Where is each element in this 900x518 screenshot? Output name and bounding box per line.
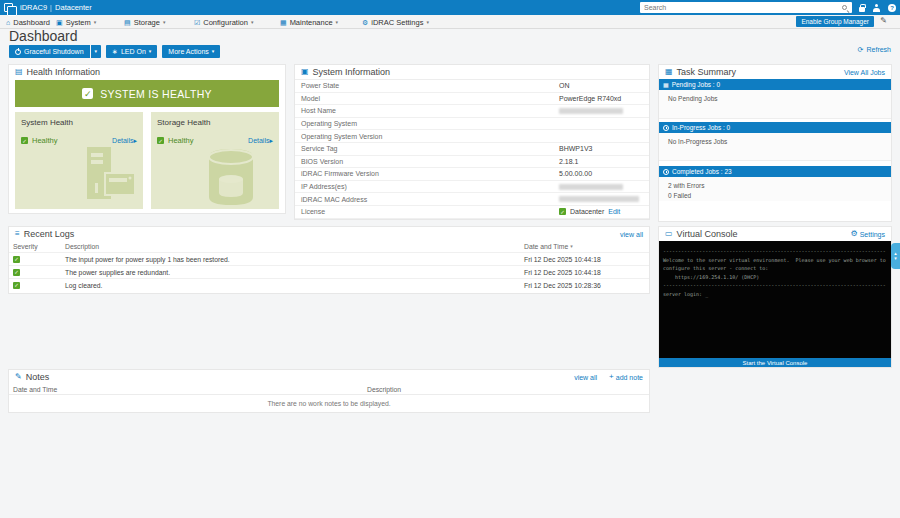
nav-item-configuration[interactable]: Configuration xyxy=(194,15,253,29)
refresh-label: Refresh xyxy=(866,46,891,53)
search-icon[interactable] xyxy=(842,5,847,10)
chevron-down-icon xyxy=(212,49,215,54)
console-line: ----------------------------------------… xyxy=(663,247,887,256)
view-all-jobs-link[interactable]: View All Jobs xyxy=(844,69,885,76)
server-tower-icon xyxy=(73,147,135,205)
recent-logs-title: Recent Logs xyxy=(24,229,75,239)
info-row: Model PowerEdge R740xd xyxy=(295,93,649,106)
log-description: The power supplies are redundant. xyxy=(61,269,524,276)
graceful-shutdown-dropdown[interactable] xyxy=(91,45,102,58)
notes-title: Notes xyxy=(26,372,50,382)
healthy-check-icon xyxy=(21,137,28,144)
graceful-shutdown-label: Graceful Shutdown xyxy=(24,48,84,55)
info-row: Power State ON xyxy=(295,80,649,93)
console-line: configure this server - connect to: xyxy=(663,264,887,273)
severity-ok-icon xyxy=(13,256,20,263)
description-column-header[interactable]: Description xyxy=(61,243,524,250)
system-information-panel: System Information Power State ON Model … xyxy=(294,64,650,220)
completed-jobs-label: Completed Jobs : 23 xyxy=(672,168,732,175)
system-health-details-link[interactable]: Details xyxy=(112,137,137,144)
search-input[interactable] xyxy=(640,4,842,11)
health-status: Healthy xyxy=(32,136,57,145)
task-summary-panel: Task Summary View All Jobs Pending Jobs … xyxy=(658,64,892,222)
info-label: iDRAC MAC Address xyxy=(301,196,559,203)
led-on-button[interactable]: LED On xyxy=(106,45,157,58)
healthy-check-icon xyxy=(157,137,164,144)
redacted-value xyxy=(559,184,623,190)
virtual-console-panel: Virtual Console Settings ---------------… xyxy=(658,226,892,368)
console-screen[interactable]: ----------------------------------------… xyxy=(659,241,891,367)
graceful-shutdown-split: Graceful Shutdown xyxy=(9,45,101,58)
nav-item-dashboard[interactable]: Dashboard xyxy=(6,15,50,29)
add-note-link[interactable]: add note xyxy=(609,373,643,381)
led-on-label: LED On xyxy=(121,48,146,55)
notes-view-all-link[interactable]: view all xyxy=(574,374,597,381)
virtual-console-title: Virtual Console xyxy=(677,229,738,239)
notes-empty-message: There are no work notes to be displayed. xyxy=(9,395,649,407)
inprogress-jobs-body: No In-Progress Jobs xyxy=(659,133,891,161)
task-summary-header: Task Summary View All Jobs xyxy=(659,65,891,79)
idrac-logo-icon xyxy=(4,3,13,12)
log-row[interactable]: The input power for power supply 1 has b… xyxy=(9,252,649,265)
brand-name: iDRAC9 xyxy=(20,3,47,12)
recent-logs-header: Recent Logs view all xyxy=(9,227,649,241)
log-row[interactable]: The power supplies are redundant. Fri 12… xyxy=(9,265,649,278)
storage-health-details-link[interactable]: Details xyxy=(248,137,273,144)
brand-divider: | xyxy=(50,3,52,12)
user-icon[interactable] xyxy=(873,4,880,12)
info-value: 2.18.1 xyxy=(559,158,578,165)
nav-label: Storage xyxy=(134,18,160,27)
log-datetime: Fri 12 Dec 2025 10:44:18 xyxy=(524,256,649,263)
clock-icon xyxy=(663,169,669,175)
license-edit-link[interactable]: Edit xyxy=(608,208,620,215)
graceful-shutdown-button[interactable]: Graceful Shutdown xyxy=(9,45,90,58)
info-row: Operating System Version xyxy=(295,130,649,143)
log-row[interactable]: Log cleared. Fri 12 Dec 2025 10:28:36 xyxy=(9,278,649,291)
pencil-icon[interactable] xyxy=(880,17,887,25)
more-actions-button[interactable]: More Actions xyxy=(162,45,220,58)
nav-item-storage[interactable]: Storage xyxy=(124,15,165,29)
info-label: Host Name xyxy=(301,107,559,114)
storage-cylinder-icon xyxy=(205,149,257,205)
datetime-column-header[interactable]: Date and Time xyxy=(524,243,649,250)
system-icon xyxy=(56,19,63,26)
console-settings-link[interactable]: Settings xyxy=(851,230,885,238)
nav-item-system[interactable]: System xyxy=(56,15,96,29)
refresh-icon xyxy=(858,46,864,53)
banner-text: SYSTEM IS HEALTHY xyxy=(100,88,212,100)
log-description: The input power for power supply 1 has b… xyxy=(61,256,524,263)
nav-label: iDRAC Settings xyxy=(371,18,423,27)
nav-item-maintenance[interactable]: Maintenance xyxy=(280,15,338,29)
pending-jobs-text: No Pending Jobs xyxy=(668,94,882,104)
action-buttons: Graceful Shutdown LED On More Actions xyxy=(9,45,220,58)
health-information-panel: Health Information SYSTEM IS HEALTHY Sys… xyxy=(8,64,286,214)
server-icon xyxy=(301,68,309,76)
scroll-tab[interactable] xyxy=(891,243,900,269)
enable-group-manager-button[interactable]: Enable Group Manager xyxy=(796,16,874,27)
redacted-value xyxy=(559,108,623,114)
nav-item-idrac-settings[interactable]: iDRAC Settings xyxy=(362,15,429,29)
maintenance-icon xyxy=(280,19,287,26)
search-box[interactable] xyxy=(640,2,852,13)
info-row: iDRAC MAC Address xyxy=(295,193,649,206)
help-icon[interactable]: ? xyxy=(888,4,896,12)
info-value xyxy=(559,108,623,114)
console-line: https://169.254.1.10/ (DHCP) xyxy=(663,273,887,282)
lock-icon[interactable] xyxy=(859,7,865,12)
console-line: Welcome to the server virtual environmen… xyxy=(663,256,887,265)
inprogress-jobs-text: No In-Progress Jobs xyxy=(668,137,882,147)
brand: iDRAC9 | Datacenter xyxy=(20,3,92,12)
info-row: Host Name xyxy=(295,105,649,118)
refresh-link[interactable]: Refresh xyxy=(858,46,891,53)
task-summary-icon xyxy=(665,68,673,76)
info-value xyxy=(559,184,623,190)
arrow-right-icon xyxy=(133,137,137,144)
page-title: Dashboard xyxy=(9,28,78,44)
severity-ok-icon xyxy=(13,269,20,276)
gear-icon xyxy=(851,230,858,238)
info-value: BHWP1V3 xyxy=(559,145,592,152)
logs-view-all-link[interactable]: view all xyxy=(620,231,643,238)
start-virtual-console-button[interactable]: Start the Virtual Console xyxy=(659,358,891,367)
severity-column-header[interactable]: Severity xyxy=(9,243,61,250)
led-icon xyxy=(112,48,118,55)
